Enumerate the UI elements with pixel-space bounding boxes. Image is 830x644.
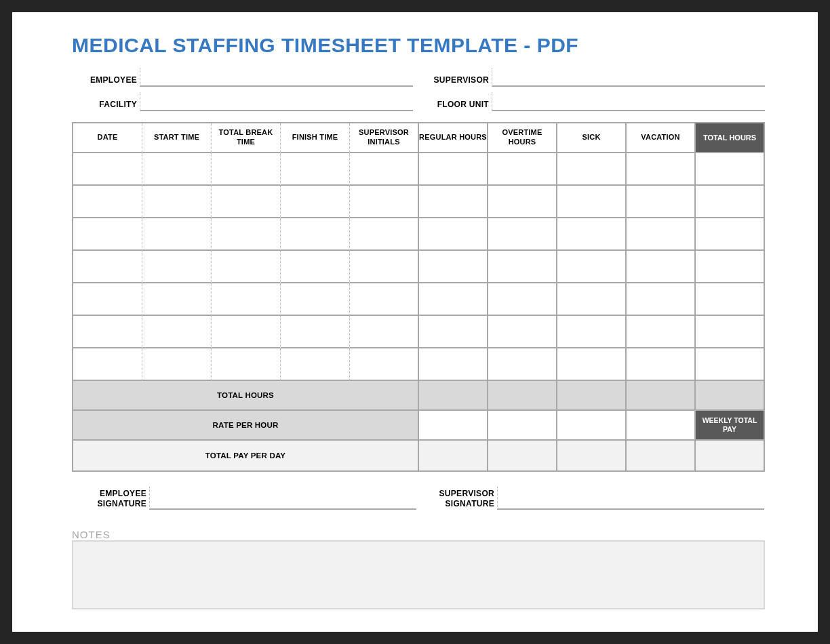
cell[interactable]	[212, 251, 281, 283]
cell[interactable]	[696, 251, 765, 283]
cell[interactable]	[73, 153, 142, 186]
cell[interactable]	[281, 251, 350, 283]
total-hours-total	[696, 381, 765, 411]
rate-sick[interactable]	[557, 411, 627, 441]
rate-regular[interactable]	[419, 411, 488, 441]
employee-label: EMPLOYEE	[72, 75, 140, 87]
supervisor-label: SUPERVISOR	[413, 75, 492, 87]
cell[interactable]	[142, 218, 212, 251]
notes-label: NOTES	[72, 529, 758, 540]
cell[interactable]	[557, 283, 627, 316]
facility-field[interactable]	[140, 92, 413, 111]
signature-section: EMPLOYEE SIGNATURE SUPERVISOR SIGNATURE	[72, 487, 758, 510]
cell[interactable]	[212, 283, 281, 316]
cell[interactable]	[627, 348, 696, 381]
total-pay-vacation	[627, 441, 696, 470]
cell[interactable]	[73, 186, 142, 218]
cell[interactable]	[281, 186, 350, 218]
cell[interactable]	[281, 218, 350, 251]
cell[interactable]	[142, 283, 212, 316]
cell[interactable]	[488, 316, 557, 348]
cell[interactable]	[557, 153, 627, 186]
employee-signature-field[interactable]	[149, 487, 416, 510]
cell[interactable]	[488, 283, 557, 316]
cell[interactable]	[627, 251, 696, 283]
cell[interactable]	[696, 218, 765, 251]
cell[interactable]	[419, 218, 488, 251]
cell[interactable]	[281, 348, 350, 381]
notes-field[interactable]	[72, 540, 765, 609]
table-row	[73, 153, 765, 186]
cell[interactable]	[488, 153, 557, 186]
cell[interactable]	[696, 153, 765, 186]
col-regular-hours: REGULAR HOURS	[419, 123, 488, 153]
cell[interactable]	[142, 251, 212, 283]
cell[interactable]	[142, 153, 212, 186]
cell[interactable]	[350, 186, 419, 218]
cell[interactable]	[350, 316, 419, 348]
cell[interactable]	[488, 186, 557, 218]
cell[interactable]	[557, 316, 627, 348]
cell[interactable]	[350, 348, 419, 381]
table-row	[73, 348, 765, 381]
cell[interactable]	[73, 218, 142, 251]
rate-overtime[interactable]	[488, 411, 557, 441]
cell[interactable]	[627, 153, 696, 186]
cell[interactable]	[696, 316, 765, 348]
cell[interactable]	[350, 251, 419, 283]
cell[interactable]	[212, 153, 281, 186]
table-body: TOTAL HOURS RATE PER HOUR WEEKLY TOTAL P…	[73, 153, 765, 470]
cell[interactable]	[557, 348, 627, 381]
cell[interactable]	[419, 316, 488, 348]
cell[interactable]	[281, 316, 350, 348]
cell[interactable]	[419, 348, 488, 381]
cell[interactable]	[627, 316, 696, 348]
cell[interactable]	[696, 348, 765, 381]
cell[interactable]	[696, 283, 765, 316]
supervisor-field[interactable]	[492, 68, 765, 87]
cell[interactable]	[627, 186, 696, 218]
cell[interactable]	[142, 348, 212, 381]
cell[interactable]	[212, 348, 281, 381]
cell[interactable]	[73, 283, 142, 316]
employee-field[interactable]	[140, 68, 413, 87]
cell[interactable]	[696, 186, 765, 218]
cell[interactable]	[419, 186, 488, 218]
table-row	[73, 283, 765, 316]
cell[interactable]	[627, 283, 696, 316]
cell[interactable]	[350, 153, 419, 186]
cell[interactable]	[627, 218, 696, 251]
cell[interactable]	[281, 153, 350, 186]
weekly-total-pay-label: WEEKLY TOTAL PAY	[696, 411, 765, 441]
col-start-time: START TIME	[142, 123, 212, 153]
cell[interactable]	[488, 218, 557, 251]
cell[interactable]	[142, 316, 212, 348]
total-pay-per-day-label: TOTAL PAY PER DAY	[73, 441, 419, 470]
supervisor-signature-field[interactable]	[497, 487, 764, 510]
rate-vacation[interactable]	[627, 411, 696, 441]
cell[interactable]	[212, 218, 281, 251]
cell[interactable]	[419, 283, 488, 316]
cell[interactable]	[350, 283, 419, 316]
cell[interactable]	[557, 251, 627, 283]
weekly-total-pay-value	[696, 441, 765, 470]
cell[interactable]	[419, 153, 488, 186]
total-hours-sick	[557, 381, 627, 411]
total-hours-vacation	[627, 381, 696, 411]
summary-row-rate: RATE PER HOUR WEEKLY TOTAL PAY	[73, 411, 765, 441]
cell[interactable]	[488, 251, 557, 283]
cell[interactable]	[350, 218, 419, 251]
cell[interactable]	[73, 348, 142, 381]
cell[interactable]	[281, 283, 350, 316]
cell[interactable]	[212, 186, 281, 218]
cell[interactable]	[142, 186, 212, 218]
cell[interactable]	[557, 186, 627, 218]
cell[interactable]	[488, 348, 557, 381]
cell[interactable]	[73, 316, 142, 348]
employee-signature-label: EMPLOYEE SIGNATURE	[72, 489, 149, 510]
cell[interactable]	[419, 251, 488, 283]
cell[interactable]	[557, 218, 627, 251]
cell[interactable]	[212, 316, 281, 348]
cell[interactable]	[73, 251, 142, 283]
floor-unit-field[interactable]	[492, 92, 765, 111]
